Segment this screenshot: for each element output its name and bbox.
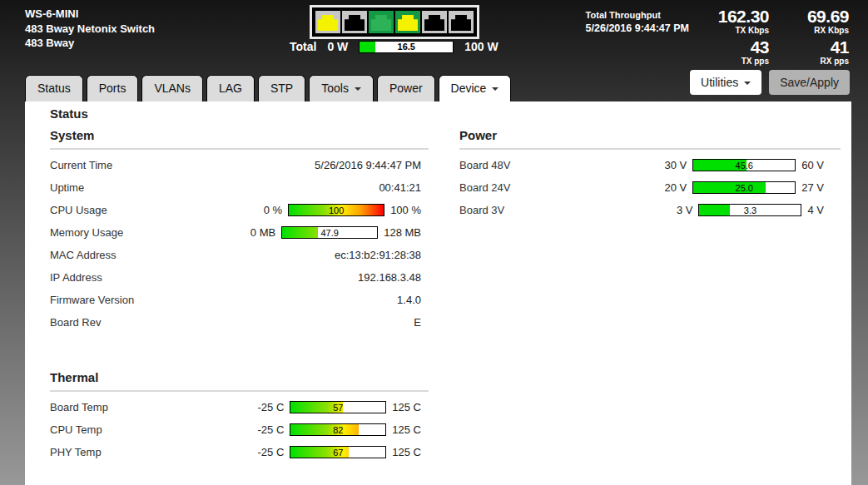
current-time-value: 5/26/2016 9:44:47 PM	[315, 159, 421, 171]
thermal-heading: Thermal	[50, 370, 429, 392]
board-24v-gauge: 25.0	[692, 181, 796, 194]
rj45-jack-icon	[451, 15, 471, 31]
device-location: 483 Bway	[25, 36, 155, 51]
tx-kbps-value: 162.30	[707, 7, 769, 26]
table-row: Uptime 00:41:21	[50, 176, 429, 199]
device-description: 483 Bway Netonix Switch	[25, 22, 155, 37]
tx-kbps-unit: TX Kbps	[707, 26, 769, 35]
board-3v-gauge: 3.3	[698, 204, 801, 216]
caret-down-icon	[492, 87, 498, 91]
tab-ports[interactable]: Ports	[87, 75, 139, 101]
system-section: System Current Time 5/26/2016 9:44:47 PM…	[50, 128, 429, 334]
rx-pps-value: 41	[787, 38, 849, 57]
power-heading: Power	[459, 128, 841, 150]
rx-kbps-value: 69.69	[787, 7, 849, 26]
page-title: Status	[50, 106, 88, 121]
thermal-section: Thermal Board Temp -25 C 57 125 C CPU Te…	[50, 370, 429, 463]
table-row: IP Address 192.168.3.48	[50, 266, 429, 289]
table-row: Board 24V 20 V 25.0 27 V	[459, 176, 841, 199]
throughput-datetime: 5/26/2016 9:44:47 PM	[586, 22, 689, 35]
header-actions: Utilities Save/Apply	[690, 70, 850, 95]
board-temp-gauge: 57	[290, 401, 386, 413]
table-row: CPU Usage 0 % 100 100 %	[50, 199, 429, 221]
rx-kbps-unit: RX Kbps	[787, 26, 849, 35]
table-row: Board 48V 30 V 45.6 60 V	[459, 154, 841, 176]
tab-stp[interactable]: STP	[258, 75, 305, 101]
mac-address-value: ec:13:b2:91:28:38	[335, 249, 421, 261]
total-power-label: Total	[290, 40, 316, 53]
cpu-usage-gauge: 100	[288, 204, 384, 216]
content-panel: Status System Current Time 5/26/2016 9:4…	[25, 101, 851, 485]
port-4-status-icon[interactable]	[395, 11, 420, 33]
table-row: Board Temp -25 C 57 125 C	[50, 396, 429, 418]
tx-pps-unit: TX pps	[707, 57, 769, 66]
port-1-status-icon[interactable]	[315, 11, 340, 33]
board-rev-value: E	[414, 316, 421, 329]
total-power-gauge: 16.5	[359, 41, 454, 53]
rj45-jack-icon	[398, 15, 418, 31]
left-column: System Current Time 5/26/2016 9:44:47 PM…	[50, 128, 429, 463]
throughput-title: Total Throughput	[586, 9, 689, 22]
total-power-min: 0 W	[327, 40, 348, 53]
table-row: CPU Temp -25 C 82 125 C	[50, 418, 429, 441]
phy-temp-gauge: 67	[290, 446, 386, 458]
table-row: Board 3V 3 V 3.3 4 V	[459, 199, 841, 221]
rj45-jack-icon	[318, 15, 338, 31]
port-status-panel[interactable]	[310, 5, 479, 39]
tab-lag[interactable]: LAG	[206, 75, 255, 101]
ip-address-value: 192.168.3.48	[358, 271, 421, 284]
device-identity: WS-6-MINI 483 Bway Netonix Switch 483 Bw…	[25, 7, 155, 51]
firmware-version-value: 1.4.0	[397, 294, 421, 306]
table-row: MAC Address ec:13:b2:91:28:38	[50, 244, 429, 266]
caret-down-icon	[744, 82, 751, 85]
tx-pps-value: 43	[707, 38, 769, 57]
tab-device[interactable]: Device	[439, 75, 512, 102]
main-nav-tabs: Status Ports VLANs LAG STP Tools Power D…	[25, 75, 514, 102]
tab-tools[interactable]: Tools	[309, 75, 374, 101]
uptime-value: 00:41:21	[379, 181, 421, 194]
tab-status[interactable]: Status	[25, 75, 83, 101]
save-apply-button[interactable]: Save/Apply	[769, 70, 850, 95]
throughput-summary: Total Throughput 5/26/2016 9:44:47 PM 16…	[586, 7, 849, 69]
rj45-jack-icon	[345, 15, 365, 31]
table-row: Current Time 5/26/2016 9:44:47 PM	[50, 154, 429, 176]
device-model: WS-6-MINI	[25, 7, 155, 22]
power-section: Power Board 48V 30 V 45.6 60 V Board 24V	[459, 128, 841, 221]
port-5-status-icon[interactable]	[422, 11, 447, 33]
rx-pps-unit: RX pps	[787, 57, 849, 66]
table-row: Firmware Version 1.4.0	[50, 289, 429, 311]
total-power-max: 100 W	[464, 40, 498, 53]
tab-power[interactable]: Power	[377, 75, 435, 101]
table-row: Memory Usage 0 MB 47.9 128 MB	[50, 221, 429, 244]
caret-down-icon	[355, 87, 361, 91]
utilities-button[interactable]: Utilities	[690, 70, 761, 95]
rj45-jack-icon	[424, 15, 444, 31]
system-heading: System	[50, 128, 429, 150]
right-column: Power Board 48V 30 V 45.6 60 V Board 24V	[459, 128, 841, 221]
cpu-temp-gauge: 82	[290, 423, 386, 436]
port-3-status-icon[interactable]	[369, 11, 394, 33]
rj45-jack-icon	[371, 15, 391, 31]
port-2-status-icon[interactable]	[342, 11, 367, 33]
total-power-row: Total 0 W 16.5 100 W	[290, 40, 498, 53]
table-row: Board Rev E	[50, 311, 429, 334]
tab-vlans[interactable]: VLANs	[141, 75, 203, 101]
board-48v-gauge: 45.6	[692, 159, 796, 171]
port-6-status-icon[interactable]	[449, 11, 474, 33]
memory-usage-gauge: 47.9	[281, 226, 378, 239]
table-row: PHY Temp -25 C 67 125 C	[50, 441, 429, 463]
